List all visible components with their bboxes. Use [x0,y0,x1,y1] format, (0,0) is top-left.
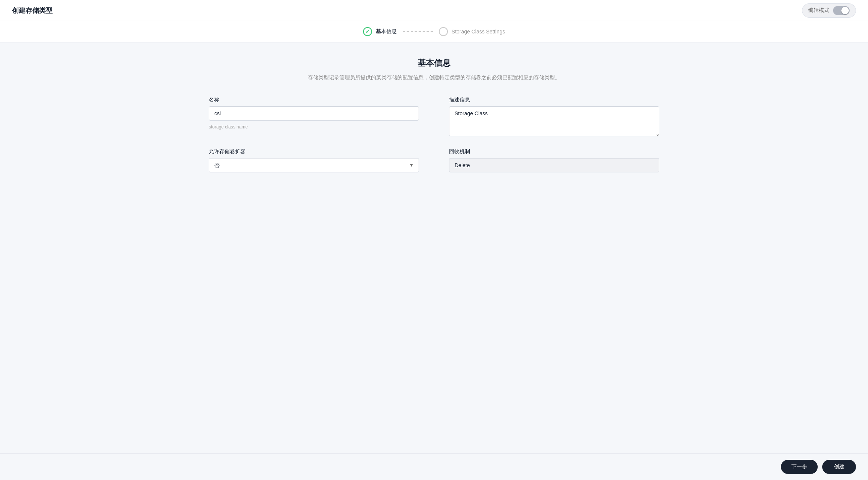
page-title: 创建存储类型 [12,6,53,15]
toggle-track [833,6,850,15]
step-2: Storage Class Settings [439,27,505,36]
form-container: 基本信息 存储类型记录管理员所提供的某类存储的配置信息，创建特定类型的存储卷之前… [209,57,659,172]
step-2-circle [439,27,448,36]
name-label: 名称 [209,97,419,103]
toggle-thumb [841,7,849,14]
step-2-label: Storage Class Settings [452,29,505,35]
edit-mode-label: 编辑模式 [808,7,829,14]
description-group: 描述信息 [449,97,659,136]
main-content: 基本信息 存储类型记录管理员所提供的某类存储的配置信息，创建特定类型的存储卷之前… [0,42,868,453]
allow-expand-select-wrapper: 否 是 ▼ [209,158,419,172]
step-divider [403,31,433,32]
allow-expand-group: 允许存储卷扩容 否 是 ▼ [209,148,419,172]
name-hint: storage class name [209,124,419,130]
next-button[interactable]: 下一步 [781,460,818,474]
allow-expand-label: 允许存储卷扩容 [209,148,419,155]
steps-bar: 基本信息 Storage Class Settings [0,21,868,42]
allow-expand-select[interactable]: 否 是 [209,158,419,172]
form-section-desc: 存储类型记录管理员所提供的某类存储的配置信息，创建特定类型的存储卷之前必须已配置… [209,73,659,82]
description-input[interactable] [449,106,659,136]
form-section-title: 基本信息 [209,57,659,69]
reclaim-input [449,158,659,172]
reclaim-label: 回收机制 [449,148,659,155]
page-footer: 下一步 创建 [0,453,868,480]
create-button[interactable]: 创建 [822,460,856,474]
step-1-label: 基本信息 [376,28,397,35]
step-1-circle [363,27,372,36]
name-input[interactable] [209,106,419,121]
page-header: 创建存储类型 编辑模式 [0,0,868,21]
edit-mode-toggle[interactable]: 编辑模式 [802,3,856,18]
name-group: 名称 storage class name [209,97,419,136]
description-label: 描述信息 [449,97,659,103]
step-1: 基本信息 [363,27,397,36]
form-grid: 名称 storage class name 描述信息 允许存储卷扩容 否 是 ▼ [209,97,659,172]
reclaim-group: 回收机制 [449,148,659,172]
